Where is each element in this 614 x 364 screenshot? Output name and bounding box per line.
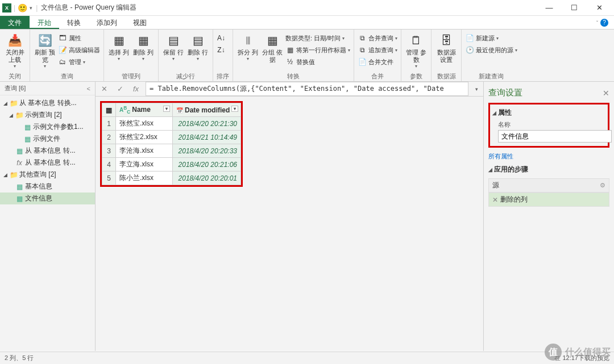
nav-item[interactable]: ▦从 基本信息 转...	[0, 145, 95, 157]
filter-dropdown-icon[interactable]: ▾	[163, 106, 170, 112]
choose-columns-button[interactable]: ▦选择 列▾	[107, 31, 130, 72]
datasource-icon: 🗄	[438, 32, 455, 48]
append-queries-button[interactable]: ⧉追加查询 ▾	[358, 44, 397, 56]
qat-emoji-icon[interactable]: 🙂	[18, 3, 27, 12]
cell-name[interactable]: 张然宝.xlsx	[116, 117, 173, 131]
qat-divider: |	[14, 4, 15, 12]
tab-view[interactable]: 视图	[125, 16, 155, 29]
close-load-button[interactable]: 📥 关闭并 上载 ▾	[3, 31, 26, 72]
cell-name[interactable]: 陈小兰.xlsx	[116, 171, 173, 185]
properties-highlight-box: ◢属性 名称	[488, 103, 609, 148]
fx-icon: fx	[15, 159, 23, 167]
cell-name[interactable]: 李沧海.xlsx	[116, 144, 173, 158]
nav-item[interactable]: ◢📁从 基本信息 转换...	[0, 97, 95, 109]
datasource-settings-button[interactable]: 🗄数据源 设置	[435, 31, 458, 72]
row-header[interactable]: 2	[102, 131, 116, 144]
row-header[interactable]: 4	[102, 158, 116, 171]
merge-queries-button[interactable]: ⧉合并查询 ▾	[358, 32, 397, 44]
fx-icon[interactable]: fx	[130, 85, 142, 93]
cell-date[interactable]: 2018/4/21 10:14:49	[173, 131, 241, 144]
nav-item-label: 其他查询 [2]	[19, 170, 56, 179]
split-column-button[interactable]: ⫴拆分 列▾	[237, 31, 259, 72]
help-icon[interactable]: ?	[600, 19, 608, 27]
new-source-button[interactable]: 📄新建源 ▾	[465, 32, 517, 44]
tab-file[interactable]: 文件	[0, 16, 30, 29]
refresh-button[interactable]: 🔄 刷新 预览▾	[34, 31, 56, 72]
replace-values-button[interactable]: ½替换值	[285, 56, 350, 68]
combine-files-button[interactable]: 📄合并文件	[358, 56, 397, 68]
row-header[interactable]: 3	[102, 144, 116, 158]
column-header-date[interactable]: 📅Date modified▾	[173, 103, 241, 117]
qs-close-button[interactable]: ✕	[603, 89, 609, 98]
query-name-input[interactable]	[498, 130, 612, 143]
col-type-text-icon: ABC	[119, 107, 130, 113]
use-first-row-button[interactable]: ▦将第一行用作标题 ▾	[285, 44, 350, 56]
cell-date[interactable]: 2018/4/20 20:21:30	[173, 117, 241, 131]
ribbon-collapse-icon[interactable]: ˇ	[596, 20, 598, 26]
tab-addcolumn[interactable]: 添加列	[89, 16, 125, 29]
grid-corner[interactable]: ▦	[102, 103, 116, 117]
applied-steps-section[interactable]: ◢应用的步骤	[488, 163, 609, 176]
nav-item-label: 示例查询 [2]	[25, 110, 62, 120]
table-row[interactable]: 1张然宝.xlsx2018/4/20 20:21:30	[102, 117, 241, 131]
keep-rows-button[interactable]: ▤保留 行▾	[162, 31, 185, 72]
advanced-editor-button[interactable]: 📝高级编辑器	[58, 44, 100, 56]
nav-item[interactable]: ▦基本信息	[0, 181, 95, 193]
cell-name[interactable]: 张然宝2.xlsx	[116, 131, 173, 144]
properties-section[interactable]: ◢属性	[492, 106, 605, 119]
manage-button[interactable]: 🗂管理 ▾	[58, 56, 100, 68]
close-window-button[interactable]: ✕	[587, 0, 612, 16]
table-row[interactable]: 5陈小兰.xlsx2018/4/20 20:20:01	[102, 171, 241, 185]
qs-title: 查询设置	[488, 87, 522, 98]
tab-transform[interactable]: 转换	[59, 16, 89, 29]
row-header[interactable]: 1	[102, 117, 116, 131]
recent-sources-button[interactable]: 🕑最近使用的源 ▾	[465, 44, 517, 56]
groupby-button[interactable]: ▦分组 依据	[261, 31, 284, 72]
maximize-button[interactable]: ☐	[562, 0, 587, 16]
row-header[interactable]: 5	[102, 171, 116, 185]
datatype-button[interactable]: 数据类型: 日期/时间 ▾	[285, 32, 350, 44]
tree-twisty-icon: ◢	[2, 172, 8, 178]
table-icon: ▦	[23, 123, 31, 131]
minimize-button[interactable]: —	[537, 0, 562, 16]
nav-item[interactable]: ▦示例文件	[0, 133, 95, 145]
table-row[interactable]: 3李沧海.xlsx2018/4/20 20:20:33	[102, 144, 241, 158]
nav-item[interactable]: fx从 基本信息 转...	[0, 157, 95, 169]
header-icon: ▦	[285, 46, 294, 54]
nav-item[interactable]: ▦文件信息	[0, 193, 95, 204]
cell-date[interactable]: 2018/4/20 20:20:33	[173, 144, 241, 158]
table-row[interactable]: 2张然宝2.xlsx2018/4/21 10:14:49	[102, 131, 241, 144]
table-row[interactable]: 4李立海.xlsx2018/4/20 20:21:06	[102, 158, 241, 171]
formula-cancel-button[interactable]: ✕	[98, 85, 110, 93]
cell-date[interactable]: 2018/4/20 20:20:01	[173, 171, 241, 185]
remove-columns-button[interactable]: ▦删除 列▾	[132, 31, 155, 72]
manage-params-button[interactable]: 🗒管理 参数▾	[405, 31, 428, 72]
sort-desc-button[interactable]: Z↓	[217, 44, 226, 56]
step-gear-icon[interactable]: ⚙	[600, 182, 605, 189]
cell-name[interactable]: 李立海.xlsx	[116, 158, 173, 171]
formula-expand-icon[interactable]: ▾	[472, 86, 481, 92]
merge-icon: ⧉	[358, 34, 367, 42]
nav-collapse-icon[interactable]: <	[87, 85, 90, 92]
remove-rows-button[interactable]: ▤删除 行▾	[186, 31, 209, 72]
filter-dropdown-icon[interactable]: ▾	[231, 106, 238, 112]
nav-item[interactable]: ▦示例文件参数1...	[0, 121, 95, 133]
formula-input[interactable]: = Table.RemoveColumns(源,{"Content", "Ext…	[146, 82, 468, 96]
data-preview-grid[interactable]: ▦ ABCName▾ 📅Date modified▾ 1张然宝.xlsx2018…	[102, 103, 241, 185]
properties-button[interactable]: 🗔属性	[58, 32, 100, 44]
remove-rows-icon: ▤	[189, 32, 206, 48]
all-properties-link[interactable]: 所有属性	[488, 150, 609, 163]
col-type-datetime-icon: 📅	[176, 107, 183, 114]
qat-dropdown-icon[interactable]: ▾	[30, 5, 32, 11]
delete-step-icon[interactable]: ✕	[492, 196, 498, 204]
column-header-name[interactable]: ABCName▾	[116, 103, 173, 117]
nav-item[interactable]: ◢📁其他查询 [2]	[0, 169, 95, 181]
formula-accept-button[interactable]: ✓	[114, 85, 126, 93]
tab-home[interactable]: 开始	[30, 16, 59, 29]
sort-asc-button[interactable]: A↓	[217, 32, 226, 44]
applied-step[interactable]: ✕删除的列	[488, 193, 609, 207]
applied-step[interactable]: 源⚙	[488, 178, 609, 193]
excel-icon: X	[2, 3, 11, 12]
nav-item[interactable]: ◢📁示例查询 [2]	[0, 109, 95, 121]
cell-date[interactable]: 2018/4/20 20:21:06	[173, 158, 241, 171]
